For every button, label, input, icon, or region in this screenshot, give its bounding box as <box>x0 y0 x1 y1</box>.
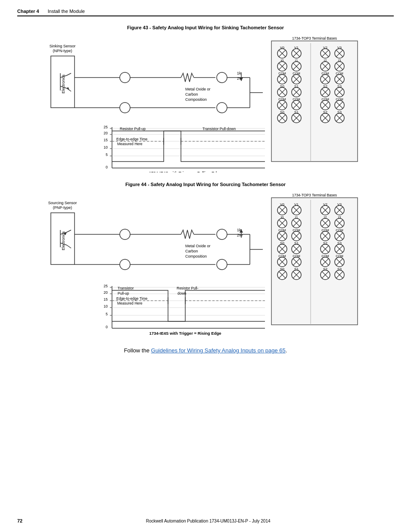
svg-text:Edge-to-edge Time: Edge-to-edge Time <box>116 137 148 141</box>
svg-point-190 <box>217 259 227 270</box>
svg-text:(PNP-type): (PNP-type) <box>53 205 72 210</box>
svg-line-168 <box>67 245 71 248</box>
svg-text:Transistor Pull-down: Transistor Pull-down <box>202 127 236 131</box>
svg-text:Resistor Pull-up: Resistor Pull-up <box>120 127 146 131</box>
svg-point-23 <box>217 72 227 83</box>
svg-text:1734-TOP3 Terminal Bases: 1734-TOP3 Terminal Bases <box>292 193 337 197</box>
figure44-title: Figure 44 - Safety Analog Input Wiring f… <box>17 182 394 187</box>
svg-text:1734-TOP3 Terminal Bases: 1734-TOP3 Terminal Bases <box>292 36 337 40</box>
svg-text:25: 25 <box>104 284 108 288</box>
svg-text:25: 25 <box>104 125 108 129</box>
svg-text:Resistor Pull-: Resistor Pull- <box>177 286 199 290</box>
figure44-section: Figure 44 - Safety Analog Input Wiring f… <box>17 182 394 339</box>
follow-text: Follow the Guidelines for Wiring Safety … <box>17 347 394 354</box>
chapter-label: Chapter 4 <box>17 9 39 14</box>
svg-line-7 <box>67 73 71 75</box>
follow-suffix: . <box>286 347 287 354</box>
follow-prefix: Follow the <box>124 347 151 354</box>
svg-text:Metal Oxide or: Metal Oxide or <box>185 87 211 91</box>
svg-text:Sourcing Sensor: Sourcing Sensor <box>48 201 77 205</box>
page-container: Chapter 4 Install the Module Figure 43 -… <box>0 0 411 532</box>
svg-text:20: 20 <box>104 131 108 135</box>
svg-text:Edge-to-edge Time: Edge-to-edge Time <box>116 296 148 301</box>
svg-text:Transistor: Transistor <box>118 286 134 290</box>
svg-text:(NPN-type): (NPN-type) <box>53 49 72 53</box>
svg-text:Carbon: Carbon <box>185 92 198 96</box>
svg-text:down: down <box>177 291 187 296</box>
figure44-diagram: Sourcing Sensor (PNP-type) Electronics <box>17 191 392 338</box>
page-header: Chapter 4 Install the Module <box>17 9 394 16</box>
figure43-diagram: Sinking Sensor (NPN-type) Electronics <box>17 34 392 172</box>
svg-point-183 <box>217 229 227 240</box>
svg-text:0: 0 <box>106 325 108 329</box>
svg-text:2W: 2W <box>237 233 243 237</box>
svg-point-12 <box>120 72 130 83</box>
svg-text:Metal Oxide or: Metal Oxide or <box>185 244 211 248</box>
svg-text:1k: 1k <box>237 71 241 75</box>
svg-text:5: 5 <box>106 152 108 157</box>
chapter-title: Install the Module <box>48 9 85 14</box>
svg-text:Pull-up: Pull-up <box>118 291 129 296</box>
svg-text:Composition: Composition <box>185 254 207 258</box>
svg-point-175 <box>120 259 130 270</box>
svg-text:Composition: Composition <box>185 97 207 102</box>
svg-text:20: 20 <box>104 290 108 295</box>
svg-text:15: 15 <box>104 297 108 302</box>
svg-text:1734-IE4S with Trigger = Risin: 1734-IE4S with Trigger = Rising Edge <box>149 331 221 336</box>
svg-point-172 <box>120 229 130 240</box>
figure43-title: Figure 43 - Safety Analog Input Wiring f… <box>17 25 394 30</box>
svg-text:10: 10 <box>104 304 108 308</box>
svg-text:Measured Here: Measured Here <box>117 301 143 305</box>
footer-center: Rockwell Automation Publication 1734-UM0… <box>146 519 271 523</box>
svg-text:5: 5 <box>106 312 108 316</box>
page-number: 72 <box>17 518 22 523</box>
svg-text:Measured Here: Measured Here <box>117 142 143 146</box>
svg-point-15 <box>120 103 130 113</box>
svg-line-167 <box>67 230 71 232</box>
svg-text:1734-IE4S with Trigger = Falli: 1734-IE4S with Trigger = Falling Edge <box>149 171 222 172</box>
svg-text:Sinking Sensor: Sinking Sensor <box>50 44 76 48</box>
svg-text:0: 0 <box>106 165 108 169</box>
svg-text:15: 15 <box>104 138 108 142</box>
svg-text:Carbon: Carbon <box>185 249 198 253</box>
svg-point-30 <box>217 103 227 113</box>
guidelines-link[interactable]: Guidelines for Wiring Safety Analog Inpu… <box>151 347 286 354</box>
figure43-section: Figure 43 - Safety Analog Input Wiring f… <box>17 25 394 173</box>
page-footer: 72 Rockwell Automation Publication 1734-… <box>0 518 411 523</box>
svg-text:10: 10 <box>104 145 108 149</box>
